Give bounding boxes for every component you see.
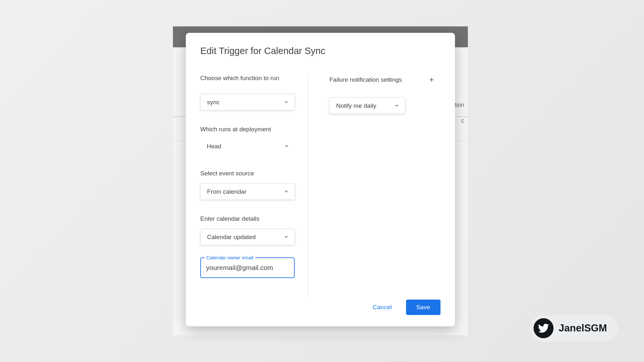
save-button[interactable]: Save xyxy=(406,300,440,315)
function-select-value: sync xyxy=(207,99,220,106)
failure-notification-select[interactable]: Notify me daily xyxy=(329,97,405,114)
deployment-select-value: Head xyxy=(207,143,221,150)
calendar-details-label: Enter calendar details xyxy=(200,215,302,222)
calendar-details-select-value: Calendar updated xyxy=(207,234,256,241)
modal-title: Edit Trigger for Calendar Sync xyxy=(200,46,440,56)
chevron-down-icon xyxy=(395,105,399,107)
chevron-down-icon xyxy=(284,191,288,193)
chevron-down-icon xyxy=(284,101,288,103)
chevron-down-icon xyxy=(284,236,288,238)
chevron-down-icon xyxy=(285,145,289,147)
deployment-label: Which runs at deployment xyxy=(200,126,302,133)
event-source-select[interactable]: From calendar xyxy=(200,183,295,200)
function-select[interactable]: sync xyxy=(200,94,295,110)
function-label: Choose which function to run xyxy=(200,75,302,82)
plus-icon[interactable]: + xyxy=(429,75,434,85)
twitter-icon xyxy=(534,318,554,338)
watermark-badge: JanelSGM xyxy=(530,315,618,341)
calendar-details-select[interactable]: Calendar updated xyxy=(200,229,295,245)
failure-notification-value: Notify me daily xyxy=(336,102,376,109)
event-source-label: Select event source xyxy=(200,170,302,177)
email-floating-label: Calendar owner email xyxy=(204,255,255,260)
calendar-owner-email-input[interactable] xyxy=(200,257,295,278)
cancel-button[interactable]: Cancel xyxy=(368,301,397,314)
edit-trigger-modal: Edit Trigger for Calendar Sync Choose wh… xyxy=(186,33,455,326)
watermark-handle: JanelSGM xyxy=(559,322,607,334)
deployment-select[interactable]: Head xyxy=(200,138,295,154)
failure-notification-label: Failure notification settings xyxy=(329,76,402,83)
event-source-select-value: From calendar xyxy=(207,188,247,195)
backdrop-text-2: c xyxy=(461,117,464,124)
